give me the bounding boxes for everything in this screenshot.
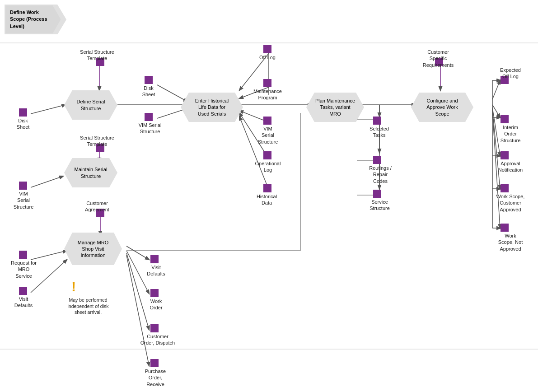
exclamation-mark: ! xyxy=(71,280,76,294)
historical-data-icon xyxy=(263,184,271,192)
disk-sheet-label-2: DiskSheet xyxy=(138,85,159,98)
svg-line-2 xyxy=(31,105,65,114)
manage-mro-node: Manage MROShop VisitInformation xyxy=(64,233,122,265)
work-scope-approved-icon xyxy=(501,184,509,192)
service-structure-icon xyxy=(373,190,381,198)
request-service-icon xyxy=(19,251,27,259)
customer-agreement-label: CustomerAgreement xyxy=(79,200,115,213)
plan-maintenance-node: Plan MaintenanceTasks, variantMRO xyxy=(306,93,364,122)
request-service-label: Request forMROService xyxy=(9,260,38,279)
visit-defaults-in-label: VisitDefaults xyxy=(12,296,35,309)
vim-serial-icon-1 xyxy=(19,182,27,190)
diagram-title: Define WorkScope (ProcessLevel) xyxy=(5,5,61,33)
purchase-order-icon xyxy=(150,359,159,367)
work-order-icon xyxy=(150,289,159,297)
approval-notif-label: ApprovalNotification xyxy=(492,160,529,173)
disk-sheet-icon-2 xyxy=(145,76,153,84)
enter-historical-node: Enter HistoricalLife Data forUsed Serial… xyxy=(181,93,243,122)
work-scope-not-approved-label: WorkScope, NotApproved xyxy=(492,233,529,252)
customer-specific-label: CustomerSpecificRequirements xyxy=(418,49,458,68)
serial-template-label-2: Serial StructureTemplate xyxy=(79,135,115,148)
configure-approve-node: Configure andApprove WorkScope xyxy=(411,93,473,122)
operational-log-icon xyxy=(263,151,271,159)
svg-line-25 xyxy=(492,109,500,189)
selected-tasks-icon xyxy=(373,117,381,125)
historical-data-label: HistoricalData xyxy=(252,193,281,206)
off-log-icon xyxy=(263,45,271,53)
customer-order-label: CustomerOrder, Dispatch xyxy=(140,333,175,346)
approval-notif-icon xyxy=(501,151,509,159)
vim-serial-label-1: VIMSerialStructure xyxy=(10,191,37,210)
visit-defaults-in-icon xyxy=(19,287,27,295)
work-scope-not-approved-icon xyxy=(501,224,509,232)
work-order-label: WorkOrder xyxy=(144,298,168,311)
vim-serial-icon-3 xyxy=(263,117,271,125)
exclamation-note: May be performedindependent of disksheet… xyxy=(59,297,117,316)
maintenance-program-icon xyxy=(263,79,271,87)
selected-tasks-label: SelectedTasks xyxy=(367,126,392,139)
process-diagram: Define WorkScope (ProcessLevel) xyxy=(0,0,538,392)
vim-serial-label-2: VIM SerialStructure xyxy=(138,122,162,135)
routings-icon xyxy=(373,156,381,164)
maintenance-program-label: MaintenanceProgram xyxy=(251,88,285,101)
svg-line-31 xyxy=(31,251,67,260)
purchase-order-label: PurchaseOrder,Receive xyxy=(140,368,171,387)
operational-log-label: OperationalLog xyxy=(252,160,284,173)
define-serial-structure-node: Define SerialStructure xyxy=(64,90,117,120)
customer-order-icon xyxy=(150,324,159,332)
vim-serial-icon-2 xyxy=(145,113,153,121)
disk-sheet-label-1: DiskSheet xyxy=(13,117,33,131)
visit-defaults-out-icon xyxy=(150,255,159,263)
serial-template-label-1: Serial StructureTemplate xyxy=(79,49,115,62)
svg-line-22 xyxy=(492,80,500,99)
interim-order-icon xyxy=(501,115,509,123)
svg-line-3 xyxy=(31,176,63,187)
routings-label: Routings /RepairCodes xyxy=(364,165,397,184)
svg-line-8 xyxy=(157,85,187,102)
off-log-label: Off Log xyxy=(257,54,278,61)
visit-defaults-out-label: VisitDefaults xyxy=(144,264,168,277)
vim-serial-label-3: VIMSerialStructure xyxy=(254,126,282,145)
svg-line-23 xyxy=(492,105,500,117)
disk-sheet-icon-1 xyxy=(19,108,27,117)
service-structure-label: ServiceStructure xyxy=(365,199,394,212)
work-scope-approved-label: Work Scope,CustomerApproved xyxy=(492,193,529,213)
maintain-serial-structure-node: Maintain SerialStructure xyxy=(64,158,117,187)
expected-off-log-label: ExpectedOff Log xyxy=(492,67,529,80)
svg-line-27 xyxy=(126,246,149,260)
interim-order-label: InterimOrderStructure xyxy=(492,124,529,144)
